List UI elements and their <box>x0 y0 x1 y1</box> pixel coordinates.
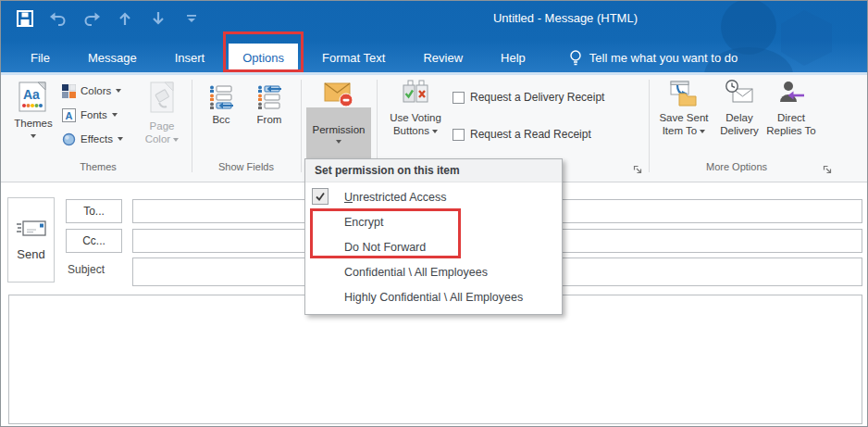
use-voting-label-2-text: Buttons <box>393 125 429 136</box>
svg-text:Aa: Aa <box>23 87 40 102</box>
theme-fonts-label: Fonts <box>81 109 107 120</box>
save-sent-caret-icon <box>700 130 705 133</box>
save-sent-label-2: Item To <box>663 124 706 137</box>
tab-review[interactable]: Review <box>409 44 477 72</box>
delay-delivery-icon <box>725 80 754 107</box>
request-read-receipt-row: Request a Read Receipt <box>453 128 591 141</box>
theme-fonts-button[interactable]: A Fonts <box>62 105 118 125</box>
tab-insert[interactable]: Insert <box>161 44 219 72</box>
dialog-launcher-icon <box>633 165 643 175</box>
down-arrow-icon <box>150 10 167 27</box>
direct-replies-to-button[interactable]: Direct Replies To <box>765 78 817 163</box>
theme-effects-caret-icon <box>118 137 123 141</box>
move-up-button[interactable] <box>114 7 136 30</box>
use-voting-caret-icon <box>432 130 438 133</box>
save-icon <box>16 9 34 28</box>
undo-icon <box>49 10 68 27</box>
menu-item-label-prefix: U <box>344 191 353 204</box>
permission-caret-icon <box>336 140 341 144</box>
use-voting-label-1: Use Voting <box>390 111 441 124</box>
bcc-icon <box>209 85 233 109</box>
themes-icon: Aa <box>18 82 49 113</box>
theme-fonts-icon: A <box>62 108 76 122</box>
dialog-launcher-icon <box>823 165 833 175</box>
subject-label: Subject <box>68 263 105 276</box>
outlook-message-window: Untitled - Message (HTML) File Message I… <box>0 0 868 427</box>
themes-button-label: Themes <box>14 117 53 130</box>
tab-options[interactable]: Options <box>229 44 298 72</box>
page-color-button[interactable]: Page Color <box>136 78 188 157</box>
request-delivery-receipt-checkbox[interactable] <box>453 92 465 104</box>
request-read-receipt-checkbox[interactable] <box>453 129 465 141</box>
redo-button[interactable] <box>81 7 103 30</box>
delay-delivery-label-2: Delivery <box>720 124 759 137</box>
cc-button[interactable]: Cc... <box>66 229 122 253</box>
up-arrow-icon <box>117 10 133 27</box>
bcc-button[interactable]: Bcc <box>199 78 243 157</box>
quick-access-toolbar <box>14 6 203 31</box>
send-button[interactable]: Send <box>7 197 55 283</box>
menu-item-do-not-forward[interactable]: Do Not Forward <box>305 234 562 259</box>
svg-text:A: A <box>66 109 73 120</box>
tell-me-label: Tell me what you want to do <box>589 51 738 65</box>
permission-button[interactable]: Permission <box>306 78 371 159</box>
save-sent-item-to-button[interactable]: Save Sent Item To <box>654 78 713 163</box>
request-delivery-receipt-row: Request a Delivery Receipt <box>453 91 604 104</box>
ribbon-tabs: File Message Insert Options Format Text … <box>6 44 747 72</box>
bcc-label: Bcc <box>212 113 229 126</box>
request-read-receipt-label: Request a Read Receipt <box>470 128 591 141</box>
page-color-label-2: Color <box>145 132 180 145</box>
checked-checkbox-icon <box>312 188 329 205</box>
permission-icon <box>324 80 353 107</box>
save-sent-label-1: Save Sent <box>659 111 708 124</box>
use-voting-label-2: Buttons <box>393 124 438 137</box>
customize-qat-button[interactable] <box>180 7 203 30</box>
send-label: Send <box>17 247 44 261</box>
theme-effects-label: Effects <box>81 133 113 144</box>
redo-icon <box>82 10 101 27</box>
send-icon <box>15 219 48 239</box>
theme-effects-button[interactable]: Effects <box>62 129 123 149</box>
menu-item-confidential-all-employees[interactable]: Confidential \ All Employees <box>305 259 562 284</box>
themes-caret-icon <box>31 134 36 138</box>
move-down-button[interactable] <box>147 7 169 30</box>
menu-item-highly-confidential-all-employees[interactable]: Highly Confidential \ All Employees <box>305 284 562 309</box>
window-title: Untitled - Message (HTML) <box>436 11 695 25</box>
delay-delivery-label-1: Delay <box>725 111 752 124</box>
tab-format-text[interactable]: Format Text <box>308 44 399 72</box>
permission-menu-header: Set permission on this item <box>305 159 562 182</box>
theme-colors-button[interactable]: Colors <box>62 81 121 101</box>
tab-message[interactable]: Message <box>74 44 151 72</box>
direct-replies-label-1: Direct <box>777 111 805 124</box>
more-options-dialog-launcher[interactable] <box>823 162 834 173</box>
menu-item-unrestricted-access[interactable]: Unrestricted Access <box>305 184 562 209</box>
save-button[interactable] <box>14 7 36 30</box>
use-voting-buttons-button[interactable]: Use Voting Buttons <box>382 78 449 163</box>
tell-me-box[interactable]: Tell me what you want to do <box>560 44 747 72</box>
tab-options-label: Options <box>242 51 284 65</box>
menu-item-encrypt[interactable]: Encrypt <box>305 209 562 234</box>
show-fields-group-label: Show Fields <box>195 161 297 172</box>
request-delivery-receipt-label: Request a Delivery Receipt <box>470 91 604 104</box>
theme-effects-icon <box>62 132 76 146</box>
direct-replies-icon <box>777 80 805 107</box>
to-button[interactable]: To... <box>66 199 122 223</box>
tab-file[interactable]: File <box>17 44 64 72</box>
theme-colors-icon <box>62 84 76 98</box>
from-button[interactable]: From <box>247 78 291 157</box>
direct-replies-label-2: Replies To <box>766 124 816 137</box>
tracking-dialog-launcher[interactable] <box>633 162 644 173</box>
theme-colors-label: Colors <box>81 85 111 96</box>
more-options-group-label: More Options <box>654 161 819 172</box>
theme-colors-caret-icon <box>116 89 121 93</box>
undo-button[interactable] <box>47 7 69 30</box>
page-color-label-1: Page <box>150 119 175 132</box>
delay-delivery-button[interactable]: Delay Delivery <box>715 78 763 163</box>
page-color-icon <box>145 81 179 116</box>
themes-button[interactable]: Aa Themes <box>8 78 58 157</box>
tab-help[interactable]: Help <box>487 44 539 72</box>
titlebar: Untitled - Message (HTML) File Message I… <box>1 1 868 72</box>
voting-buttons-icon <box>400 80 431 107</box>
save-sent-item-icon <box>669 80 699 107</box>
save-sent-label-2-text: Item To <box>663 125 698 136</box>
